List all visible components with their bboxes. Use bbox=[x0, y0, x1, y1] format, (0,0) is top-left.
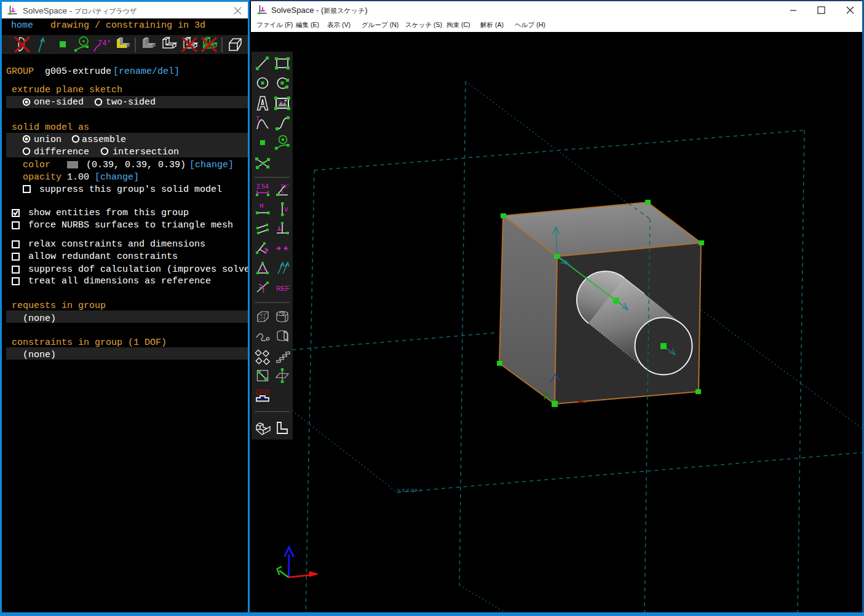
svg-text:2.54: 2.54 bbox=[256, 183, 269, 190]
svg-text:H: H bbox=[260, 202, 264, 210]
svg-text:V: V bbox=[284, 206, 288, 213]
svg-text:REF: REF bbox=[276, 285, 290, 292]
svg-text:T: T bbox=[256, 116, 260, 122]
